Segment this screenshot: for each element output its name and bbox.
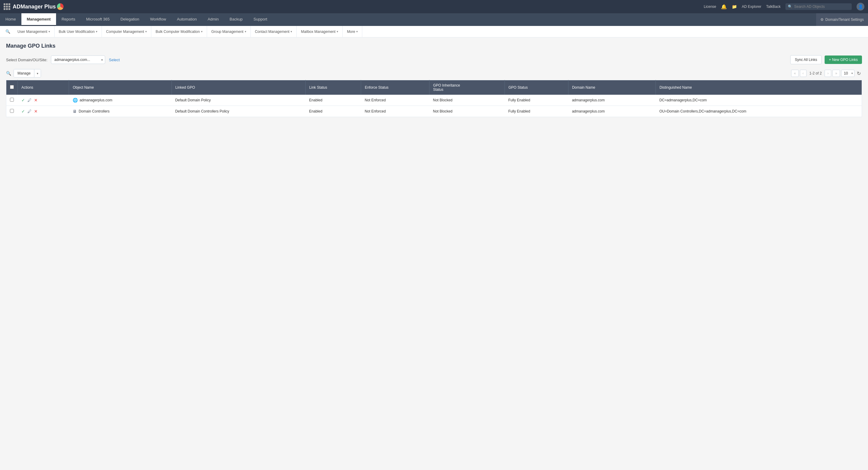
chevron-down-icon: ▾ [245, 30, 246, 33]
pagination-info: 1-2 of 2 [808, 71, 824, 76]
delete-icon-0[interactable]: ✕ [34, 98, 38, 102]
page-title: Manage GPO Links [6, 43, 862, 49]
select-link[interactable]: Select [109, 58, 120, 62]
subnav-contact-mgmt[interactable]: Contact Management ▾ [251, 26, 297, 37]
last-page-button[interactable]: » [832, 70, 840, 77]
row-checkbox-cell-1[interactable] [6, 106, 18, 117]
row-gpo-inheritance-1: Not Blocked [429, 106, 504, 117]
col-linked-gpo: Linked GPO [172, 80, 305, 95]
folder-icon: 📁 [732, 4, 737, 9]
chevron-down-icon: ▾ [96, 30, 97, 33]
ad-explorer-link[interactable]: AD Explorer [742, 4, 761, 9]
nav-home[interactable]: Home [0, 13, 22, 26]
gear-icon: ⚙ [820, 18, 824, 22]
refresh-button[interactable]: ↻ [856, 69, 862, 78]
domain-select[interactable]: admanagerplus.com... [51, 56, 105, 64]
row-enforce-status-0: Not Enforced [361, 95, 430, 106]
subnav-more[interactable]: More ▾ [343, 26, 362, 37]
talkback-link[interactable]: TalkBack [766, 4, 781, 9]
page-content: Manage GPO Links Select Domain/OU/Site: … [0, 37, 868, 122]
domain-label: Select Domain/OU/Site: [6, 58, 47, 62]
col-actions: Actions [18, 80, 69, 95]
subnav-mailbox-mgmt[interactable]: Mailbox Management ▾ [297, 26, 343, 37]
table-controls-left: 🔍 Manage ▾ [6, 69, 41, 78]
top-bar: ADManager Plus License 🔔 📁 AD Explorer T… [0, 0, 868, 13]
manage-button[interactable]: Manage [14, 69, 34, 77]
edit-icon-0[interactable]: 🖊 [27, 98, 32, 102]
per-page-wrapper[interactable]: 10 25 50 ▾ [841, 70, 855, 77]
grid-icon[interactable] [4, 3, 10, 10]
avatar[interactable]: 👤 [857, 3, 864, 10]
nav-admin[interactable]: Admin [202, 13, 224, 26]
row-distinguished-name-1: OU=Domain Controllers,DC=admanagerplus,D… [656, 106, 862, 117]
per-page-select[interactable]: 10 25 50 [841, 70, 855, 77]
nav-management[interactable]: Management [22, 13, 56, 26]
row-link-status-1: Enabled [306, 106, 361, 117]
row-gpo-inheritance-0: Not Blocked [429, 95, 504, 106]
nav-support[interactable]: Support [248, 13, 273, 26]
chevron-down-icon: ▾ [201, 30, 203, 33]
first-page-button[interactable]: « [791, 70, 799, 77]
domain-row-right: Sync All Links + New GPO Links [790, 55, 862, 64]
row-actions-1: ✓ 🖊 ✕ [18, 106, 69, 117]
col-object-name: Object Name [69, 80, 172, 95]
table-row: ✓ 🖊 ✕ 🖥 Domain Controllers Default Domai… [6, 106, 862, 117]
row-linked-gpo-0: Default Domain Policy [172, 95, 305, 106]
row-checkbox-cell-0[interactable] [6, 95, 18, 106]
search-input[interactable] [794, 4, 849, 9]
logo-text: ADManager Plus [13, 4, 56, 10]
license-link[interactable]: License [704, 4, 716, 9]
sub-nav: 🔍 User Management ▾ Bulk User Modificati… [0, 26, 868, 37]
enable-icon-1[interactable]: ✓ [22, 109, 25, 114]
sync-all-links-button[interactable]: Sync All Links [790, 55, 822, 64]
domain-select-wrapper[interactable]: admanagerplus.com... ▾ [51, 56, 105, 64]
table-search-icon[interactable]: 🔍 [6, 71, 11, 76]
logo[interactable]: ADManager Plus [13, 3, 64, 10]
nav-workflow[interactable]: Workflow [145, 13, 172, 26]
search-box[interactable]: 🔍 [785, 3, 852, 10]
subnav-bulk-user-mod[interactable]: Bulk User Modification ▾ [55, 26, 102, 37]
subnav-search[interactable]: 🔍 [2, 29, 13, 34]
pagination: « ‹ 1-2 of 2 › » 10 25 50 ▾ ↻ [791, 69, 862, 78]
top-bar-left: ADManager Plus [4, 3, 64, 10]
domain-settings-label: Domain/Tenant Settings [826, 18, 864, 22]
row-enforce-status-1: Not Enforced [361, 106, 430, 117]
new-gpo-links-button[interactable]: + New GPO Links [825, 56, 862, 64]
nav-backup[interactable]: Backup [224, 13, 248, 26]
subnav-user-mgmt[interactable]: User Management ▾ [13, 26, 55, 37]
nav-delegation[interactable]: Delegation [115, 13, 145, 26]
next-page-button[interactable]: › [825, 70, 831, 77]
nav-microsoft365[interactable]: Microsoft 365 [81, 13, 115, 26]
logo-circle [57, 3, 64, 10]
bell-icon[interactable]: 🔔 [721, 4, 727, 10]
domain-settings-button[interactable]: ⚙ Domain/Tenant Settings [816, 13, 868, 26]
subnav-bulk-computer-mod[interactable]: Bulk Computer Modification ▾ [151, 26, 207, 37]
prev-page-button[interactable]: ‹ [800, 70, 807, 77]
subnav-computer-mgmt[interactable]: Computer Management ▾ [102, 26, 151, 37]
object-icon-1: 🖥 [73, 109, 77, 114]
row-domain-name-1: admanagerplus.com [568, 106, 656, 117]
enable-icon-0[interactable]: ✓ [22, 98, 25, 102]
delete-icon-1[interactable]: ✕ [34, 109, 38, 114]
chevron-down-icon: ▾ [337, 30, 338, 33]
col-gpo-status: GPO Status [504, 80, 568, 95]
select-all-checkbox[interactable] [10, 85, 14, 89]
select-all-header[interactable] [6, 80, 18, 95]
manage-btn-group: Manage ▾ [13, 69, 41, 78]
col-enforce-status: Enforce Status [361, 80, 430, 95]
domain-row-left: Select Domain/OU/Site: admanagerplus.com… [6, 56, 120, 64]
nav-reports[interactable]: Reports [56, 13, 81, 26]
row-object-name-1: 🖥 Domain Controllers [69, 106, 172, 117]
nav-automation[interactable]: Automation [172, 13, 202, 26]
row-checkbox-0[interactable] [10, 98, 14, 102]
gpo-table: Actions Object Name Linked GPO Link Stat… [6, 80, 862, 117]
row-checkbox-1[interactable] [10, 109, 14, 113]
row-linked-gpo-1: Default Domain Controllers Policy [172, 106, 305, 117]
row-actions-0: ✓ 🖊 ✕ [18, 95, 69, 106]
domain-row: Select Domain/OU/Site: admanagerplus.com… [6, 55, 862, 64]
manage-dropdown-button[interactable]: ▾ [34, 69, 41, 77]
search-icon: 🔍 [788, 4, 792, 9]
chevron-down-icon: ▾ [49, 30, 50, 33]
subnav-group-mgmt[interactable]: Group Management ▾ [207, 26, 251, 37]
edit-icon-1[interactable]: 🖊 [27, 109, 32, 114]
